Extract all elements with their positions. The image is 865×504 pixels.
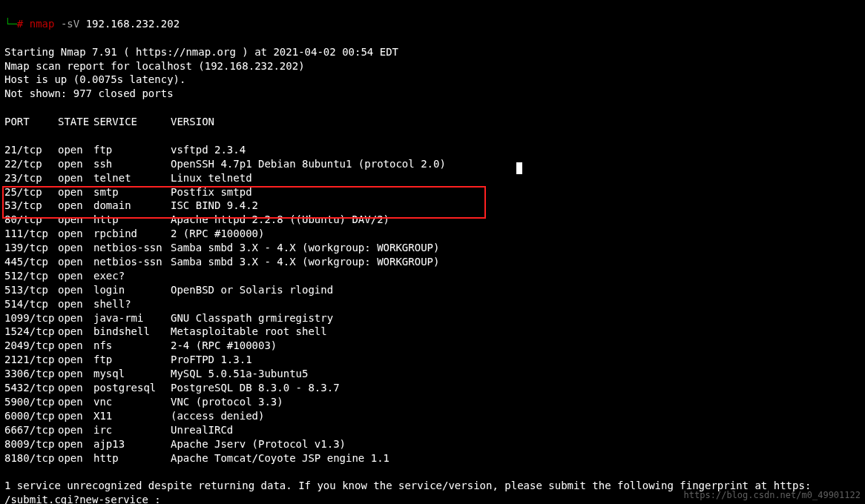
output-line: Not shown: 977 closed ports — [4, 87, 861, 101]
version-col: (access denied) — [171, 409, 264, 423]
state-col: open — [58, 311, 93, 325]
state-col: open — [58, 255, 93, 269]
version-col: UnrealIRCd — [171, 423, 233, 437]
terminal-output[interactable]: └─# nmap -sV 192.168.232.202 Starting Nm… — [0, 0, 865, 504]
port-col: 23/tcp — [4, 171, 58, 185]
version-col: vsftpd 2.3.4 — [171, 143, 246, 157]
text-cursor — [516, 162, 522, 174]
service-col: netbios-ssn — [93, 255, 171, 269]
service-col: netbios-ssn — [93, 241, 171, 255]
version-col: OpenBSD or Solaris rlogind — [171, 283, 333, 297]
port-row: 6000/tcpopenX11(access denied) — [4, 409, 861, 423]
prompt-hash: # — [17, 18, 23, 30]
state-col: open — [58, 157, 93, 171]
port-row: 22/tcpopensshOpenSSH 4.7p1 Debian 8ubunt… — [4, 157, 861, 171]
version-col: PostgreSQL DB 8.3.0 - 8.3.7 — [171, 381, 340, 395]
prompt-arrow: └─ — [4, 18, 17, 30]
service-col: postgresql — [93, 381, 171, 395]
version-col: Metasploitable root shell — [171, 325, 327, 339]
version-col: Linux telnetd — [171, 171, 252, 185]
port-row: 6667/tcpopenircUnrealIRCd — [4, 423, 861, 437]
port-row: 1099/tcpopenjava-rmiGNU Classpath grmire… — [4, 311, 861, 325]
port-col: 8180/tcp — [4, 451, 58, 465]
version-col: Postfix smtpd — [171, 185, 252, 199]
port-col: 2121/tcp — [4, 353, 58, 367]
port-row: 512/tcpopenexec? — [4, 269, 861, 283]
port-col: 21/tcp — [4, 143, 58, 157]
watermark: https://blog.csdn.net/m0_49901122 — [684, 489, 861, 501]
port-col: 2049/tcp — [4, 339, 58, 353]
port-row: 8009/tcpopenajp13Apache Jserv (Protocol … — [4, 437, 861, 451]
service-col: X11 — [93, 409, 171, 423]
output-line: Starting Nmap 7.91 ( https://nmap.org ) … — [4, 45, 861, 59]
prompt-line: └─# nmap -sV 192.168.232.202 — [4, 17, 861, 31]
port-row: 21/tcpopenftpvsftpd 2.3.4 — [4, 143, 861, 157]
port-col: 8009/tcp — [4, 437, 58, 451]
port-row: 25/tcpopensmtpPostfix smtpd — [4, 185, 861, 199]
port-col: 5900/tcp — [4, 395, 58, 409]
port-row: 111/tcpopenrpcbind2 (RPC #100000) — [4, 227, 861, 241]
state-col: open — [58, 199, 93, 213]
port-row: 513/tcpopenloginOpenBSD or Solaris rlogi… — [4, 283, 861, 297]
port-col: 445/tcp — [4, 255, 58, 269]
port-col: 514/tcp — [4, 297, 58, 311]
service-col: smtp — [93, 185, 171, 199]
cmd-flag: -sV — [61, 18, 79, 30]
service-col: login — [93, 283, 171, 297]
port-col: 111/tcp — [4, 227, 58, 241]
service-col: vnc — [93, 395, 171, 409]
port-row: 445/tcpopennetbios-ssnSamba smbd 3.X - 4… — [4, 255, 861, 269]
port-row: 1524/tcpopenbindshellMetasploitable root… — [4, 325, 861, 339]
port-row: 3306/tcpopenmysqlMySQL 5.0.51a-3ubuntu5 — [4, 367, 861, 381]
state-col: open — [58, 339, 93, 353]
port-col: 53/tcp — [4, 199, 58, 213]
version-col: 2 (RPC #100000) — [171, 227, 264, 241]
col-port-header: PORT — [4, 115, 58, 129]
state-col: open — [58, 353, 93, 367]
service-col: ftp — [93, 143, 171, 157]
state-col: open — [58, 269, 93, 283]
service-col: mysql — [93, 367, 171, 381]
port-col: 512/tcp — [4, 269, 58, 283]
port-row: 80/tcpopenhttpApache httpd 2.2.8 ((Ubunt… — [4, 213, 861, 227]
port-col: 513/tcp — [4, 283, 58, 297]
service-col: http — [93, 213, 171, 227]
port-row: 2049/tcpopennfs2-4 (RPC #100003) — [4, 339, 861, 353]
port-table-header: PORTSTATESERVICEVERSION — [4, 115, 861, 129]
state-col: open — [58, 381, 93, 395]
state-col: open — [58, 185, 93, 199]
port-col: 3306/tcp — [4, 367, 58, 381]
port-col: 6000/tcp — [4, 409, 58, 423]
col-service-header: SERVICE — [93, 115, 171, 129]
service-col: ssh — [93, 157, 171, 171]
state-col: open — [58, 297, 93, 311]
service-col: telnet — [93, 171, 171, 185]
port-row: 2121/tcpopenftpProFTPD 1.3.1 — [4, 353, 861, 367]
port-row: 53/tcpopendomainISC BIND 9.4.2 — [4, 199, 861, 213]
state-col: open — [58, 171, 93, 185]
state-col: open — [58, 241, 93, 255]
port-col: 22/tcp — [4, 157, 58, 171]
port-row: 8180/tcpopenhttpApache Tomcat/Coyote JSP… — [4, 451, 861, 465]
state-col: open — [58, 325, 93, 339]
state-col: open — [58, 423, 93, 437]
version-col: OpenSSH 4.7p1 Debian 8ubuntu1 (protocol … — [171, 157, 446, 171]
version-col: VNC (protocol 3.3) — [171, 395, 283, 409]
state-col: open — [58, 409, 93, 423]
service-col: ajp13 — [93, 437, 171, 451]
service-col: ftp — [93, 353, 171, 367]
col-version-header: VERSION — [171, 115, 214, 129]
service-col: domain — [93, 199, 171, 213]
port-row: 5432/tcpopenpostgresqlPostgreSQL DB 8.3.… — [4, 381, 861, 395]
output-line: Host is up (0.0075s latency). — [4, 73, 861, 87]
version-col: Samba smbd 3.X - 4.X (workgroup: WORKGRO… — [171, 241, 439, 255]
service-col: exec? — [93, 269, 171, 283]
port-col: 1524/tcp — [4, 325, 58, 339]
version-col: Samba smbd 3.X - 4.X (workgroup: WORKGRO… — [171, 255, 439, 269]
state-col: open — [58, 213, 93, 227]
service-col: irc — [93, 423, 171, 437]
state-col: open — [58, 143, 93, 157]
port-col: 1099/tcp — [4, 311, 58, 325]
service-col: java-rmi — [93, 311, 171, 325]
port-col: 5432/tcp — [4, 381, 58, 395]
